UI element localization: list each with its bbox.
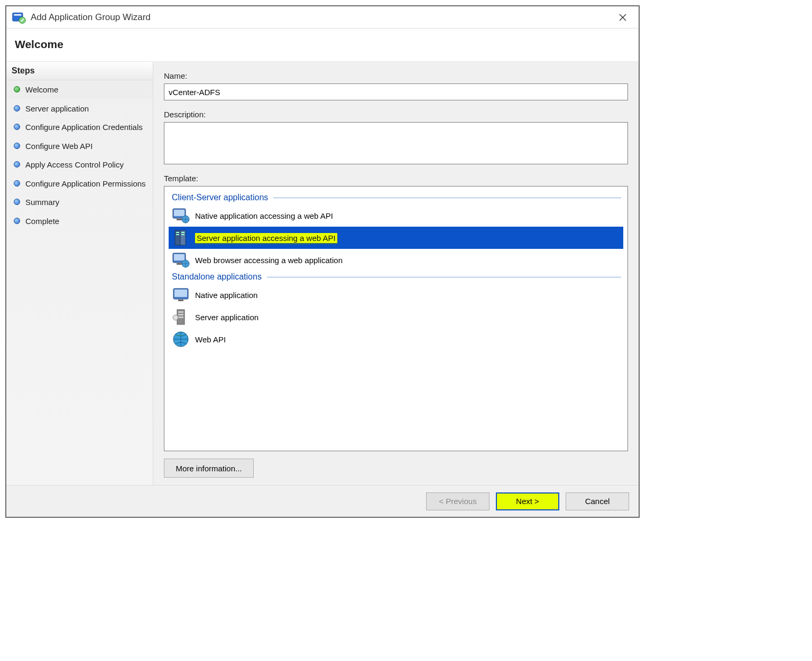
template-server-application[interactable]: Server application [169,306,623,328]
close-icon [619,13,627,22]
svg-rect-24 [178,314,183,315]
step-server-application[interactable]: Server application [6,99,153,118]
steps-title: Steps [6,62,153,80]
svg-rect-1 [14,14,21,15]
globe-icon [172,330,190,348]
template-item-label: Web browser accessing a web application [195,256,343,265]
monitor-globe-icon [172,251,190,269]
svg-rect-13 [176,234,179,235]
name-input[interactable] [164,83,628,100]
template-item-label: Web API [195,335,226,344]
template-item-label: Server application accessing a web API [195,233,337,243]
template-item-label: Native application [195,291,257,300]
bullet-icon [14,143,20,149]
svg-rect-12 [181,232,184,233]
bullet-icon [14,199,20,205]
bullet-icon [14,161,20,167]
group-title: Standalone applications [172,272,262,282]
template-native-app-web-api[interactable]: Native application accessing a web API [169,204,623,227]
svg-rect-7 [177,219,182,220]
step-label: Configure Web API [25,141,93,152]
close-button[interactable] [612,10,633,25]
step-label: Configure Application Permissions [25,179,146,189]
step-label: Welcome [25,85,58,95]
template-server-app-web-api[interactable]: Server application accessing a web API [169,227,623,249]
titlebar: Add Application Group Wizard [6,6,639,29]
template-item-label: Server application [195,313,259,322]
svg-rect-23 [178,311,183,313]
svg-rect-20 [174,290,187,297]
svg-rect-14 [181,234,184,235]
page-title: Welcome [6,29,639,62]
template-label: Template: [164,174,628,183]
template-web-api[interactable]: Web API [169,328,623,350]
template-native-application[interactable]: Native application [169,284,623,306]
svg-rect-21 [178,300,183,301]
step-label: Configure Application Credentials [25,122,143,133]
description-input[interactable] [164,122,628,164]
svg-point-26 [173,315,178,320]
template-item-label: Native application accessing a web API [195,211,333,220]
bullet-icon [14,180,20,187]
step-configure-application-credentials[interactable]: Configure Application Credentials [6,118,153,137]
svg-rect-16 [174,254,184,260]
window-title: Add Application Group Wizard [31,12,612,23]
group-title: Client-Server applications [172,193,268,202]
step-welcome[interactable]: Welcome [6,80,153,99]
svg-rect-6 [174,210,184,216]
step-configure-application-permissions[interactable]: Configure Application Permissions [6,174,153,193]
svg-rect-25 [178,316,183,318]
group-standalone: Standalone applications [169,271,623,284]
step-label: Complete [25,216,59,227]
cancel-button[interactable]: Cancel [566,492,629,510]
template-list[interactable]: Client-Server applications Native applic… [164,186,628,451]
step-complete[interactable]: Complete [6,212,153,231]
template-web-browser-web-app[interactable]: Web browser accessing a web application [169,249,623,271]
svg-rect-17 [177,263,182,265]
step-summary[interactable]: Summary [6,193,153,212]
monitor-icon [172,286,190,304]
server-rack-icon [172,308,190,326]
step-configure-web-api[interactable]: Configure Web API [6,137,153,156]
monitor-globe-icon [172,207,190,225]
step-label: Summary [25,197,59,208]
step-label: Apply Access Control Policy [25,160,124,170]
next-button[interactable]: Next > [496,492,559,510]
wizard-body: Steps Welcome Server application Configu… [6,62,639,485]
group-client-server: Client-Server applications [169,192,623,204]
bullet-icon [14,124,20,130]
step-apply-access-control-policy[interactable]: Apply Access Control Policy [6,155,153,174]
server-icon [172,229,190,247]
divider [267,277,621,277]
main-panel: Name: Description: Template: Client-Serv… [153,62,639,485]
bullet-icon [14,218,20,224]
steps-sidebar: Steps Welcome Server application Configu… [6,62,153,485]
bullet-icon [14,86,20,92]
more-information-button[interactable]: More information... [164,459,254,478]
steps-list: Welcome Server application Configure App… [6,80,153,230]
bullet-icon [14,105,20,111]
svg-rect-11 [176,232,179,233]
description-label: Description: [164,110,628,119]
name-label: Name: [164,71,628,80]
previous-button: < Previous [426,492,490,510]
app-icon [12,10,26,25]
step-label: Server application [25,104,89,114]
divider [273,198,621,198]
wizard-footer: < Previous Next > Cancel [6,485,639,517]
wizard-window: Add Application Group Wizard Welcome Ste… [5,5,640,518]
